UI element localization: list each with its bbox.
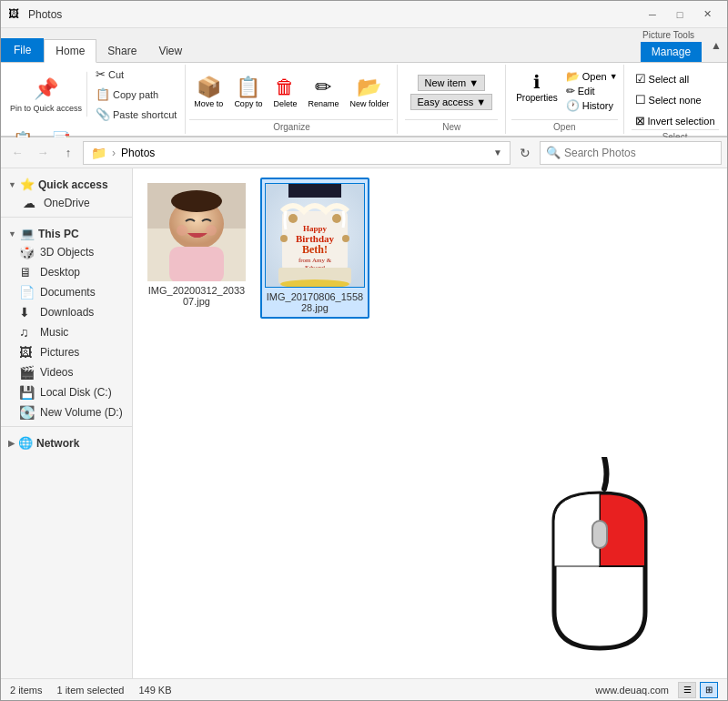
3d-objects-icon: 🎲 xyxy=(19,245,35,259)
sidebar-divider-1 xyxy=(1,217,132,218)
onedrive-icon: ☁ xyxy=(23,196,39,210)
open-button[interactable]: 📂 Open ▼ xyxy=(566,70,618,83)
organize-label: Organize xyxy=(189,119,393,134)
search-icon: 🔍 xyxy=(546,146,561,159)
sidebar-item-3d-objects[interactable]: 🎲 3D Objects xyxy=(1,242,132,262)
copy-to-label: Copy to xyxy=(234,99,262,108)
sidebar-item-desktop[interactable]: 🖥 Desktop xyxy=(1,262,132,282)
breadcrumb-arrow: › xyxy=(112,147,116,159)
sidebar-divider-2 xyxy=(1,426,132,427)
icon-view-button[interactable]: ⊞ xyxy=(700,682,718,698)
svg-text:from Amy &: from Amy & xyxy=(298,257,332,264)
svg-rect-6 xyxy=(169,247,224,281)
svg-point-5 xyxy=(206,225,217,236)
rename-button[interactable]: ✏ Rename xyxy=(303,73,343,111)
dropdown-arrow[interactable]: ▼ xyxy=(493,147,502,157)
file-area: IMG_20200312_203307.jpg xyxy=(133,168,727,678)
rename-label: Rename xyxy=(308,99,339,108)
network-section[interactable]: ▶ 🌐 Network xyxy=(1,431,132,452)
svg-point-16 xyxy=(288,214,298,223)
properties-label: Properties xyxy=(516,93,558,103)
local-disk-icon: 💾 xyxy=(19,385,35,400)
invert-selection-button[interactable]: ⊠ Invert selection xyxy=(632,112,719,129)
file-item-baby[interactable]: IMG_20200312_203307.jpg xyxy=(142,178,251,319)
refresh-button[interactable]: ↻ xyxy=(514,142,536,164)
svg-point-19 xyxy=(342,235,349,242)
search-bar[interactable]: 🔍 xyxy=(540,141,722,165)
close-button[interactable]: ✕ xyxy=(694,5,720,24)
copy-path-button[interactable]: 📋Copy path xyxy=(91,85,181,104)
select-all-button[interactable]: ☑ Select all xyxy=(632,70,693,87)
copy-to-button[interactable]: 📋 Copy to xyxy=(229,73,267,111)
baby-svg xyxy=(147,183,246,281)
svg-rect-22 xyxy=(592,521,607,548)
minimize-button[interactable]: ─ xyxy=(640,5,665,24)
path-text: Photos xyxy=(121,147,155,159)
sidebar-item-documents[interactable]: 📄 Documents xyxy=(1,282,132,302)
sidebar-item-downloads[interactable]: ⬇ Downloads xyxy=(1,302,132,322)
cake-svg: Happy Birthday Beth! from Amy & Edward xyxy=(266,184,364,287)
this-pc-section[interactable]: ▼ 💻 This PC xyxy=(1,221,132,242)
svg-point-4 xyxy=(177,225,187,236)
search-input[interactable] xyxy=(564,147,715,159)
pin-label: Pin to Quick access xyxy=(10,104,82,114)
edit-button[interactable]: ✏ Edit xyxy=(566,85,618,97)
delete-label: Delete xyxy=(273,99,297,108)
nav-bar: ← → ↑ 📁 › Photos ▼ ↻ 🔍 xyxy=(1,137,727,168)
view-toggle: ☰ ⊞ xyxy=(678,682,718,698)
music-icon: ♫ xyxy=(19,325,35,340)
forward-button[interactable]: → xyxy=(32,142,54,164)
back-button[interactable]: ← xyxy=(6,142,28,164)
sidebar: ▼ ⭐ Quick access ☁ OneDrive ▼ 💻 This PC … xyxy=(1,168,133,678)
ribbon-content: 📌 Pin to Quick access ✂Cut 📋Copy path 📎P… xyxy=(1,63,727,137)
pin-to-quick-access-button[interactable]: 📌 Pin to Quick access xyxy=(5,71,87,117)
sidebar-item-music[interactable]: ♫ Music xyxy=(1,322,132,342)
baby-thumbnail xyxy=(147,183,246,281)
easy-access-button[interactable]: Easy access ▼ xyxy=(410,94,492,110)
move-to-button[interactable]: 📦 Move to xyxy=(189,73,228,111)
sidebar-item-new-volume[interactable]: 💽 New Volume (D:) xyxy=(1,402,132,422)
sidebar-item-pictures[interactable]: 🖼 Pictures xyxy=(1,342,132,362)
tab-home[interactable]: Home xyxy=(44,39,96,63)
new-folder-button[interactable]: 📂 New folder xyxy=(345,73,393,111)
title-bar-controls: ─ □ ✕ xyxy=(640,5,720,24)
desktop-icon: 🖥 xyxy=(19,265,35,279)
sidebar-item-videos[interactable]: 🎬 Videos xyxy=(1,362,132,382)
properties-button[interactable]: ℹ Properties xyxy=(511,68,562,106)
sidebar-item-onedrive[interactable]: ☁ OneDrive xyxy=(1,193,132,213)
maximize-button[interactable]: □ xyxy=(667,5,693,24)
items-count: 2 items xyxy=(10,685,42,696)
tab-file[interactable]: File xyxy=(1,38,44,62)
main-content: ▼ ⭐ Quick access ☁ OneDrive ▼ 💻 This PC … xyxy=(1,168,727,678)
open-group: ℹ Properties 📂 Open ▼ ✏ Edit 🕐 xyxy=(506,65,623,134)
up-button[interactable]: ↑ xyxy=(57,142,79,164)
file-item-cake[interactable]: Happy Birthday Beth! from Amy & Edward xyxy=(260,178,369,319)
tab-share[interactable]: Share xyxy=(96,40,147,62)
sidebar-item-local-disk[interactable]: 💾 Local Disk (C:) xyxy=(1,382,132,402)
delete-button[interactable]: 🗑 Delete xyxy=(268,73,301,111)
tab-manage[interactable]: Manage xyxy=(641,42,702,62)
website-text: www.deuaq.com xyxy=(595,685,669,696)
quick-access-section[interactable]: ▼ ⭐ Quick access xyxy=(1,172,132,193)
new-item-button[interactable]: New item ▼ xyxy=(418,75,485,91)
file-name-baby: IMG_20200312_203307.jpg xyxy=(147,285,246,307)
new-group-items: New item ▼ Easy access ▼ xyxy=(405,71,498,114)
new-group: New item ▼ Easy access ▼ New xyxy=(398,65,506,134)
status-left: 2 items 1 item selected 149 KB xyxy=(10,685,172,696)
move-to-label: Move to xyxy=(194,99,223,108)
paste-shortcut-button[interactable]: 📎Paste shortcut xyxy=(91,105,181,124)
file-name-cake: IMG_20170806_155828.jpg xyxy=(266,291,364,313)
tab-view[interactable]: View xyxy=(147,40,193,62)
quick-access-arrow: ▼ xyxy=(8,180,16,189)
svg-text:Beth!: Beth! xyxy=(302,243,328,256)
svg-point-18 xyxy=(280,235,288,242)
list-view-button[interactable]: ☰ xyxy=(678,682,696,698)
cake-thumbnail: Happy Birthday Beth! from Amy & Edward xyxy=(265,183,365,288)
selected-count: 1 item selected xyxy=(56,685,124,696)
history-button[interactable]: 🕐 History xyxy=(566,99,618,112)
address-bar[interactable]: 📁 › Photos ▼ xyxy=(83,141,511,165)
new-folder-label: New folder xyxy=(349,99,389,108)
select-none-button[interactable]: ☐ Select none xyxy=(632,91,705,108)
copy-button-small[interactable]: ✂Cut xyxy=(91,65,181,84)
ribbon-collapse-btn[interactable]: ▲ xyxy=(705,39,727,52)
